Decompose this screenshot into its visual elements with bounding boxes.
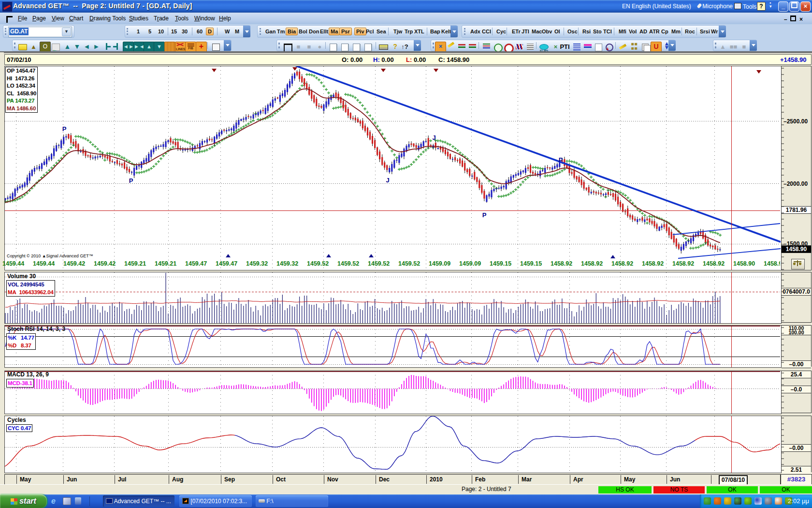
svg-text:J: J (386, 177, 389, 184)
svg-text:J: J (432, 134, 435, 141)
svg-text:P: P (62, 125, 67, 133)
svg-text:P: P (129, 177, 133, 184)
svg-text:P: P (482, 211, 487, 219)
svg-text:P: P (559, 156, 563, 164)
